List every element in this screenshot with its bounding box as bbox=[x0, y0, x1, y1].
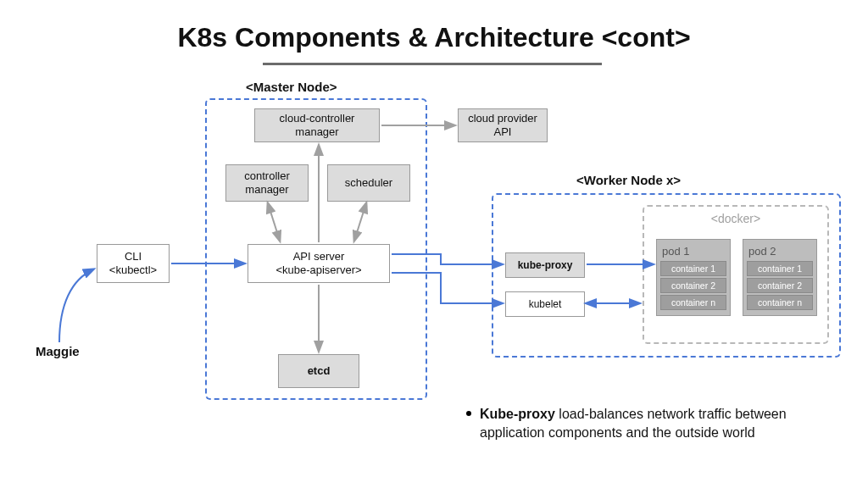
kubelet-box: kubelet bbox=[505, 291, 585, 317]
pod-2-container-n: container n bbox=[747, 295, 813, 310]
kube-proxy-box: kube-proxy bbox=[505, 252, 585, 278]
pod-1-container-1: container 1 bbox=[660, 261, 726, 276]
bullet-text: Kube-proxy load-balances network traffic… bbox=[480, 405, 843, 443]
title-underline bbox=[263, 63, 602, 65]
pod-1-title: pod 1 bbox=[662, 245, 726, 258]
cli-box: CLI <kubectl> bbox=[97, 244, 170, 283]
api-server-box: API server <kube-apiserver> bbox=[248, 244, 390, 283]
etcd-box: etcd bbox=[278, 354, 359, 388]
pod-2-box: pod 2 container 1 container 2 container … bbox=[743, 239, 817, 316]
docker-label: <docker> bbox=[643, 212, 829, 225]
master-node-label: <Master Node> bbox=[246, 80, 337, 94]
pod-1-box: pod 1 container 1 container 2 container … bbox=[656, 239, 731, 316]
user-label: Maggie bbox=[36, 344, 80, 358]
controller-manager-box: controller manager bbox=[225, 164, 309, 202]
pod-1-container-2: container 2 bbox=[660, 278, 726, 293]
pod-1-container-n: container n bbox=[660, 295, 726, 310]
page-title: K8s Components & Architecture <cont> bbox=[0, 22, 868, 53]
pod-2-container-1: container 1 bbox=[747, 261, 813, 276]
pod-2-container-2: container 2 bbox=[747, 278, 813, 293]
scheduler-box: scheduler bbox=[327, 164, 410, 202]
worker-node-label: <Worker Node x> bbox=[576, 173, 681, 187]
pod-2-title: pod 2 bbox=[748, 245, 813, 258]
bullet-dot-icon bbox=[466, 411, 471, 416]
cloud-provider-api-box: cloud provider API bbox=[458, 108, 548, 142]
cloud-controller-manager-box: cloud-controller manager bbox=[254, 108, 380, 142]
